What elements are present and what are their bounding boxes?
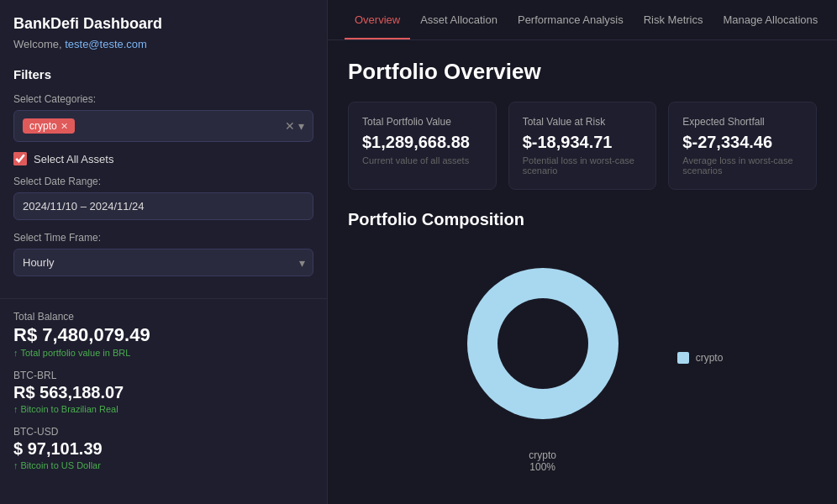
btc-usd-block: BTC-USD $ 97,101.39 Bitcoin to US Dollar: [13, 426, 313, 470]
crypto-tag[interactable]: crypto ✕: [23, 118, 75, 134]
sidebar-divider: [0, 298, 327, 299]
composition-area: crypto 100% crypto: [348, 243, 817, 473]
metric-value-1: $-18,934.71: [523, 133, 643, 152]
metric-label-0: Total Portfolio Value: [362, 116, 482, 128]
main-content: Portfolio Overview Total Portfolio Value…: [328, 40, 837, 504]
btc-usd-sub-text: Bitcoin to US Dollar: [21, 460, 101, 470]
select-all-label: Select All Assets: [34, 153, 113, 165]
legend-label-crypto: crypto: [696, 352, 724, 364]
metric-card-var: Total Value at Risk $-18,934.71 Potentia…: [508, 102, 657, 190]
donut-chart: [442, 243, 644, 444]
donut-hole: [497, 298, 588, 389]
time-frame-wrapper: Hourly Daily Weekly Monthly ▾: [13, 249, 313, 276]
total-balance-label: Total Balance: [13, 311, 313, 323]
select-all-checkbox[interactable]: [13, 152, 27, 165]
crypto-tag-label: crypto: [29, 120, 57, 132]
legend-color-crypto: [677, 352, 689, 364]
composition-title: Portfolio Composition: [348, 210, 817, 229]
main-content-area: Overview Asset Allocation Performance An…: [328, 0, 837, 504]
app-title: BankDefi Dashboard: [13, 15, 313, 33]
crypto-tag-close[interactable]: ✕: [61, 121, 68, 132]
metric-card-shortfall: Expected Shortfall $-27,334.46 Average l…: [668, 102, 817, 190]
metric-label-2: Expected Shortfall: [682, 116, 803, 128]
clear-icon[interactable]: ✕: [285, 119, 295, 133]
metric-desc-0: Current value of all assets: [362, 155, 482, 165]
metric-value-0: $1,289,668.88: [362, 133, 482, 152]
btc-brl-block: BTC-BRL R$ 563,188.07 Bitcoin to Brazili…: [13, 370, 313, 414]
tab-manage-allocations[interactable]: Manage Allocations: [713, 0, 828, 39]
time-frame-label: Select Time Frame:: [13, 232, 313, 244]
legend-item-crypto: crypto: [677, 352, 724, 364]
metric-card-portfolio-value: Total Portfolio Value $1,289,668.88 Curr…: [348, 102, 497, 190]
sidebar: BankDefi Dashboard Welcome, teste@teste.…: [0, 0, 328, 504]
date-range-label: Select Date Range:: [13, 176, 313, 187]
user-email-link[interactable]: teste@teste.com: [65, 38, 147, 50]
sidebar-header: BankDefi Dashboard Welcome, teste@teste.…: [0, 0, 327, 57]
metric-value-2: $-27,334.46: [682, 133, 803, 152]
filters-section: Filters Select Categories: crypto ✕ ✕ ▾ …: [0, 57, 327, 286]
metric-desc-2: Average loss in worst-case scenarios: [682, 155, 803, 176]
tab-overview[interactable]: Overview: [345, 0, 410, 39]
categories-label: Select Categories:: [13, 93, 313, 105]
total-balance-value: R$ 7,480,079.49: [13, 324, 313, 346]
total-balance-sub-text: Total portfolio value in BRL: [21, 348, 131, 358]
btc-usd-value: $ 97,101.39: [13, 439, 313, 459]
categories-input[interactable]: crypto ✕ ✕ ▾: [13, 110, 313, 142]
select-all-row[interactable]: Select All Assets: [13, 152, 313, 165]
tab-risk-metrics[interactable]: Risk Metrics: [634, 0, 713, 39]
metric-desc-1: Potential loss in worst-case scenario: [523, 155, 643, 176]
donut-center-percent: 100%: [529, 461, 556, 473]
btc-brl-sub: Bitcoin to Brazilian Real: [13, 404, 313, 414]
dropdown-icon[interactable]: ▾: [298, 119, 304, 133]
date-range-input[interactable]: [13, 192, 313, 220]
page-title: Portfolio Overview: [348, 59, 817, 85]
btc-brl-label: BTC-BRL: [13, 370, 313, 381]
btc-brl-value: R$ 563,188.07: [13, 383, 313, 402]
donut-center-label: crypto: [529, 449, 556, 461]
btc-usd-label: BTC-USD: [13, 426, 313, 438]
donut-label-below: crypto 100%: [529, 449, 556, 473]
btc-brl-sub-text: Bitcoin to Brazilian Real: [21, 404, 118, 414]
metric-label-1: Total Value at Risk: [523, 116, 643, 128]
welcome-text: Welcome, teste@teste.com: [13, 38, 313, 50]
btc-usd-sub: Bitcoin to US Dollar: [13, 460, 313, 470]
legend-area: crypto: [677, 352, 724, 364]
categories-actions: ✕ ▾: [285, 119, 304, 133]
donut-wrapper: crypto 100%: [442, 243, 644, 473]
welcome-prefix: Welcome,: [13, 38, 62, 50]
total-balance-sub: Total portfolio value in BRL: [13, 348, 313, 358]
tab-performance-analysis[interactable]: Performance Analysis: [508, 0, 634, 39]
tab-asset-allocation[interactable]: Asset Allocation: [410, 0, 508, 39]
tabs-bar: Overview Asset Allocation Performance An…: [328, 0, 837, 40]
time-frame-select[interactable]: Hourly Daily Weekly Monthly: [13, 249, 313, 276]
metrics-row: Total Portfolio Value $1,289,668.88 Curr…: [348, 102, 817, 190]
balance-section: Total Balance R$ 7,480,079.49 Total port…: [0, 311, 327, 496]
filters-title: Filters: [13, 67, 313, 81]
